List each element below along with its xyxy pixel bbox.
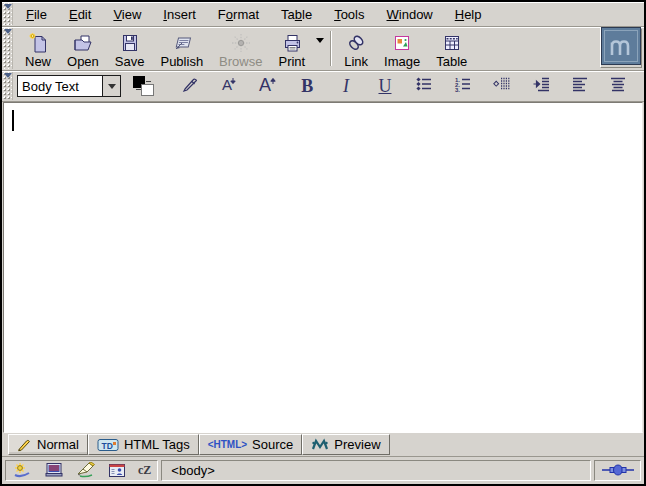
align-center-icon	[609, 75, 627, 97]
menu-file[interactable]: File	[15, 4, 58, 25]
menu-help[interactable]: Help	[444, 4, 493, 25]
svg-text:A: A	[259, 75, 271, 94]
mail-icon	[44, 462, 64, 478]
highlight-pen-button[interactable]	[178, 74, 202, 98]
html-source-icon: <HTML>	[208, 439, 247, 450]
browse-button: Browse	[211, 28, 270, 69]
table-button[interactable]: Table	[428, 28, 475, 69]
image-button[interactable]: Image	[376, 28, 428, 69]
mail-button[interactable]	[44, 462, 64, 478]
menu-items: FileEditViewInsertFormatTableToolsWindow…	[15, 2, 493, 26]
increase-font-button[interactable]: A	[256, 74, 280, 98]
new-page-icon	[27, 32, 49, 54]
main-toolbar-buttons: NewOpenSavePublishBrowsePrintLinkImageTa…	[15, 27, 600, 70]
addressbook-button[interactable]	[108, 463, 126, 478]
underline-button[interactable]: U	[373, 74, 397, 98]
publish-button[interactable]: Publish	[152, 28, 211, 69]
menu-view[interactable]: View	[102, 4, 152, 25]
align-center-button[interactable]	[606, 74, 630, 98]
menu-edit[interactable]: Edit	[58, 4, 102, 25]
composer-icon	[76, 462, 96, 478]
menu-window[interactable]: Window	[376, 4, 444, 25]
open-button[interactable]: Open	[59, 28, 107, 69]
bold-button[interactable]: B	[295, 74, 319, 98]
preview-icon	[311, 438, 329, 451]
numbered-list-icon: 1.2.3.	[454, 75, 472, 97]
svg-text:A: A	[222, 76, 232, 93]
mozilla-logo-icon	[601, 27, 641, 69]
format-toolbar: Body Text AABIU1.2.3.	[2, 71, 644, 102]
menubar: FileEditViewInsertFormatTableToolsWindow…	[2, 2, 644, 27]
decrease-font-button[interactable]: A	[217, 74, 241, 98]
pen-icon	[180, 74, 200, 98]
chatzilla-icon: cZ	[138, 463, 151, 478]
toolbar-separator	[330, 31, 332, 66]
svg-text:3.: 3.	[455, 87, 460, 93]
collapse-arrow-icon	[4, 73, 12, 78]
print-icon	[281, 32, 303, 54]
tab-normal[interactable]: Normal	[8, 434, 88, 455]
save-button[interactable]: Save	[107, 28, 153, 69]
collapse-arrow-icon	[4, 29, 12, 34]
align-left-icon	[571, 75, 589, 97]
paragraph-style-select[interactable]: Body Text	[17, 75, 121, 97]
composer-button[interactable]	[76, 462, 96, 478]
background-color-swatch[interactable]	[141, 84, 154, 96]
component-bar: cZ	[5, 460, 158, 481]
online-status-button[interactable]	[594, 460, 641, 481]
browse-icon	[230, 32, 252, 54]
numbered-list-button[interactable]: 1.2.3.	[451, 74, 475, 98]
text-caret	[12, 110, 14, 131]
save-floppy-icon	[119, 32, 141, 54]
outdent-icon	[493, 75, 511, 97]
main-toolbar-grippy[interactable]	[3, 28, 13, 69]
format-buttons: AABIU1.2.3.	[157, 74, 644, 98]
link-icon	[345, 32, 367, 54]
chevron-down-icon[interactable]	[102, 76, 120, 96]
tab-source[interactable]: <HTML>Source	[199, 434, 303, 455]
navigator-button[interactable]	[12, 462, 32, 478]
main-toolbar: NewOpenSavePublishBrowsePrintLinkImageTa…	[2, 27, 644, 71]
statusbar: cZ <body>	[2, 457, 644, 484]
online-plug-icon	[601, 463, 635, 477]
align-left-button[interactable]	[568, 74, 592, 98]
open-folder-icon	[72, 32, 94, 54]
bullet-list-button[interactable]	[412, 74, 436, 98]
tab-html-tags[interactable]: TDHTML Tags	[88, 434, 199, 455]
composer-window: FileEditViewInsertFormatTableToolsWindow…	[0, 0, 646, 486]
table-icon	[441, 32, 463, 54]
addressbook-icon	[108, 463, 126, 478]
collapse-arrow-icon	[4, 4, 12, 9]
menu-table[interactable]: Table	[270, 4, 323, 25]
bullet-list-icon	[415, 75, 433, 97]
svg-text:TD: TD	[101, 440, 112, 450]
menubar-grippy[interactable]	[3, 3, 13, 25]
new-button[interactable]: New	[17, 28, 59, 69]
menu-format[interactable]: Format	[207, 4, 270, 25]
edit-mode-tabbar: NormalTDHTML Tags<HTML>SourcePreview	[2, 433, 644, 457]
indent-button[interactable]	[529, 74, 553, 98]
image-icon	[391, 32, 413, 54]
editor-canvas[interactable]	[3, 102, 643, 433]
paragraph-style-value: Body Text	[18, 76, 102, 96]
publish-icon	[171, 32, 193, 54]
outdent-button[interactable]	[490, 74, 514, 98]
menu-insert[interactable]: Insert	[152, 4, 207, 25]
text-color-picker[interactable]	[133, 75, 157, 97]
link-button[interactable]: Link	[336, 28, 376, 69]
tab-preview[interactable]: Preview	[302, 434, 389, 455]
html-tags-icon: TD	[97, 438, 119, 452]
navigator-icon	[12, 462, 32, 478]
font-larger-icon: A	[257, 74, 279, 98]
element-path: <body>	[171, 463, 214, 478]
element-path-panel: <body>	[161, 460, 591, 481]
format-toolbar-grippy[interactable]	[3, 72, 13, 100]
menu-tools[interactable]: Tools	[323, 4, 375, 25]
chatzilla-button[interactable]: cZ	[138, 463, 151, 478]
italic-button[interactable]: I	[334, 74, 358, 98]
print-dropdown-arrow[interactable]	[313, 38, 326, 43]
font-smaller-icon: A	[219, 74, 239, 98]
mozilla-logo-button[interactable]	[600, 28, 642, 68]
print-button[interactable]: Print	[270, 28, 313, 69]
indent-icon	[532, 75, 550, 97]
